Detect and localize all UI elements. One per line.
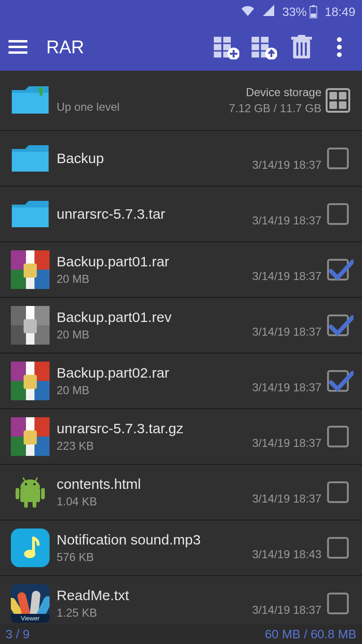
file-date: 3/14/19 18:37 xyxy=(218,603,321,617)
checkbox[interactable] xyxy=(327,370,349,392)
list-item[interactable]: ViewerReadMe.txt1.25 KB3/14/19 18:37 xyxy=(0,576,362,624)
svg-rect-22 xyxy=(301,42,303,56)
file-name: Notification sound.mp3 xyxy=(57,532,218,548)
storage-label: Device storage xyxy=(218,86,321,99)
up-one-level-row[interactable]: Up one level Device storage 7.12 GB / 11… xyxy=(0,71,362,131)
trash-icon xyxy=(291,35,312,59)
file-list[interactable]: Up one level Device storage 7.12 GB / 11… xyxy=(0,71,362,624)
file-date: 3/14/19 18:37 xyxy=(218,325,321,339)
svg-rect-30 xyxy=(12,207,49,227)
file-name: unrarsrc-5.7.3.tar xyxy=(57,206,218,222)
file-name: Backup.part02.rar xyxy=(57,365,218,381)
overflow-menu-button[interactable] xyxy=(320,37,358,57)
list-item[interactable]: Notification sound.mp3576 KB3/14/19 18:4… xyxy=(0,520,362,576)
file-name: Backup xyxy=(57,150,218,166)
app-bar: RAR xyxy=(0,24,362,71)
file-size: 20 MB xyxy=(57,328,218,341)
checkbox[interactable] xyxy=(327,537,349,559)
checkbox[interactable] xyxy=(327,593,349,614)
svg-rect-23 xyxy=(305,42,307,56)
svg-rect-12 xyxy=(230,53,237,55)
list-item[interactable]: Backup.part01.rar20 MB3/14/19 18:37 xyxy=(0,242,362,298)
file-date: 3/14/19 18:37 xyxy=(218,270,321,283)
file-name: ReadMe.txt xyxy=(57,587,218,603)
file-date: 3/14/19 18:37 xyxy=(218,158,321,172)
file-size: 223 KB xyxy=(57,439,218,453)
svg-rect-33 xyxy=(41,488,45,499)
signal-icon xyxy=(262,5,275,19)
svg-point-40 xyxy=(24,550,35,558)
delete-button[interactable] xyxy=(283,35,320,59)
folder-up-icon xyxy=(7,84,54,116)
clock: 18:49 xyxy=(325,5,355,19)
list-item[interactable]: contents.html1.04 KB3/14/19 18:37 xyxy=(0,465,362,520)
svg-point-38 xyxy=(25,483,27,486)
list-item[interactable]: Backup.part02.rar20 MB3/14/19 18:37 xyxy=(0,354,362,409)
svg-rect-3 xyxy=(8,40,27,42)
folder-icon xyxy=(7,198,54,230)
svg-point-24 xyxy=(337,37,342,42)
menu-button[interactable] xyxy=(4,40,32,54)
footer-bar: 3 / 9 60 MB / 60.8 MB xyxy=(0,624,362,644)
svg-point-25 xyxy=(337,45,342,50)
hamburger-icon xyxy=(8,40,27,54)
checkbox[interactable] xyxy=(327,314,349,336)
svg-rect-2 xyxy=(311,14,316,17)
wifi-icon xyxy=(241,5,255,19)
checkbox[interactable] xyxy=(327,203,349,225)
up-label: Up one level xyxy=(57,100,218,114)
more-vert-icon xyxy=(337,37,342,57)
rar-icon xyxy=(7,250,54,289)
svg-point-26 xyxy=(337,52,342,57)
list-item[interactable]: Backup.part01.rev20 MB3/14/19 18:37 xyxy=(0,298,362,354)
svg-point-39 xyxy=(34,483,36,486)
viewer-icon: Viewer xyxy=(7,584,54,623)
add-archive-button[interactable] xyxy=(207,35,245,59)
selection-size: 60 MB / 60.8 MB xyxy=(265,627,356,642)
svg-rect-5 xyxy=(8,51,27,54)
list-item[interactable]: unrarsrc-5.7.3.tar3/14/19 18:37 xyxy=(0,187,362,242)
svg-rect-6 xyxy=(214,37,221,58)
rev-icon xyxy=(7,306,54,345)
file-name: unrarsrc-5.7.3.tar.gz xyxy=(57,421,218,437)
svg-rect-31 xyxy=(20,488,40,502)
svg-rect-28 xyxy=(40,90,42,96)
battery-icon xyxy=(310,5,317,18)
battery-percent: 33% xyxy=(282,5,307,19)
music-icon xyxy=(7,528,54,567)
file-date: 3/14/19 18:37 xyxy=(218,381,321,394)
checkbox[interactable] xyxy=(327,259,349,281)
svg-rect-21 xyxy=(296,42,298,56)
checkbox[interactable] xyxy=(327,426,349,447)
svg-line-37 xyxy=(35,478,37,481)
svg-rect-13 xyxy=(252,37,259,58)
storage-usage: 7.12 GB / 11.7 GB xyxy=(218,102,321,115)
view-toggle-button[interactable] xyxy=(326,88,350,113)
file-size: 20 MB xyxy=(57,272,218,286)
rar-icon xyxy=(7,362,54,400)
svg-line-36 xyxy=(23,478,25,481)
file-name: Backup.part01.rev xyxy=(57,309,218,325)
file-date: 3/14/19 18:37 xyxy=(218,492,321,505)
svg-rect-34 xyxy=(24,500,28,508)
selection-count: 3 / 9 xyxy=(6,627,30,642)
svg-rect-35 xyxy=(33,500,36,508)
list-item[interactable]: unrarsrc-5.7.3.tar.gz223 KB3/14/19 18:37 xyxy=(0,409,362,465)
file-name: Backup.part01.rar xyxy=(57,254,218,270)
svg-rect-29 xyxy=(12,152,49,172)
status-bar: 33% 18:49 xyxy=(0,0,362,24)
svg-rect-1 xyxy=(312,5,314,7)
checkbox[interactable] xyxy=(327,481,349,503)
file-date: 3/14/19 18:43 xyxy=(218,548,321,561)
checkbox[interactable] xyxy=(327,148,349,169)
file-size: 1.04 KB xyxy=(57,495,218,508)
file-name: contents.html xyxy=(57,476,218,492)
svg-rect-20 xyxy=(298,35,305,38)
list-item[interactable]: Backup3/14/19 18:37 xyxy=(0,131,362,187)
svg-rect-4 xyxy=(8,46,27,48)
extract-archive-button[interactable] xyxy=(245,35,283,59)
file-date: 3/14/19 18:37 xyxy=(218,437,321,450)
file-size: 1.25 KB xyxy=(57,606,218,619)
android-icon xyxy=(7,472,54,512)
svg-rect-27 xyxy=(12,93,49,114)
